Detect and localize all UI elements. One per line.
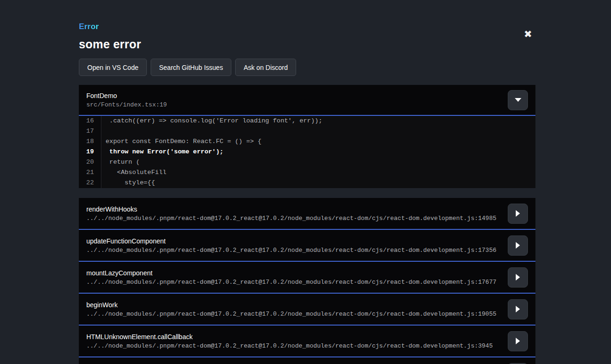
line-code: <AbsoluteFill (101, 167, 167, 178)
code-line: 18 export const FontDemo: React.FC = () … (79, 136, 535, 147)
overlay-content: Error some error Open in VS CodeSearch G… (79, 0, 535, 364)
line-number: 16 (79, 116, 101, 126)
line-code: return ( (101, 157, 140, 167)
stack-frame-function: HTMLUnknownElement.callCallback (86, 333, 508, 341)
code-frame-header: FontDemo src/Fonts/index.tsx:19 (79, 85, 535, 116)
stack-frame-titles: beginWork ../../node_modules/.pnpm/react… (86, 301, 508, 318)
caret-right-icon (516, 242, 520, 249)
stack-frame-function: mountLazyComponent (86, 269, 508, 277)
stack-frame-function: renderWithHooks (86, 205, 508, 213)
stack-frame: beginWork ../../node_modules/.pnpm/react… (79, 294, 535, 326)
code-block: 16 .catch((err) => console.log('Error lo… (79, 116, 535, 188)
stack-frame-location: ../../node_modules/.pnpm/react-dom@17.0.… (86, 279, 508, 286)
close-icon: ✖ (524, 29, 532, 40)
stack-trace: renderWithHooks ../../node_modules/.pnpm… (79, 198, 535, 364)
stack-frame: renderWithHooks ../../node_modules/.pnpm… (79, 198, 535, 230)
code-line: 16 .catch((err) => console.log('Error lo… (79, 116, 535, 126)
error-type-label: Error (79, 22, 99, 31)
stack-frame-function: beginWork (86, 301, 508, 309)
stack-frame-partial (79, 357, 535, 364)
line-number: 20 (79, 157, 101, 167)
caret-right-icon (516, 210, 520, 217)
expand-frame-button[interactable] (508, 267, 528, 288)
code-frame-location: src/Fonts/index.tsx:19 (86, 101, 508, 108)
stack-frame: updateFunctionComponent ../../node_modul… (79, 230, 535, 262)
expand-frame-button[interactable] (508, 299, 528, 319)
action-button[interactable]: Search GitHub Issues (151, 59, 231, 76)
error-overlay: ✖ Error some error Open in VS CodeSearch… (0, 0, 611, 364)
line-code (101, 126, 106, 136)
code-line: 17 (79, 126, 535, 136)
action-button[interactable]: Ask on Discord (235, 59, 296, 76)
expand-frame-button[interactable] (508, 235, 528, 256)
line-number: 22 (79, 178, 101, 188)
stack-frame: HTMLUnknownElement.callCallback ../../no… (79, 326, 535, 357)
stack-frame-location: ../../node_modules/.pnpm/react-dom@17.0.… (86, 311, 508, 318)
code-line: 21 <AbsoluteFill (79, 167, 535, 178)
stack-frame-titles: updateFunctionComponent ../../node_modul… (86, 237, 508, 254)
stack-frame-location: ../../node_modules/.pnpm/react-dom@17.0.… (86, 247, 508, 254)
expand-frame-button[interactable] (508, 331, 528, 351)
code-line: 20 return ( (79, 157, 535, 167)
stack-frame-location: ../../node_modules/.pnpm/react-dom@17.0.… (86, 215, 508, 222)
actions-row: Open in VS CodeSearch GitHub IssuesAsk o… (79, 59, 535, 76)
error-message: some error (79, 38, 535, 51)
caret-right-icon (516, 338, 520, 344)
code-line: 19 throw new Error('some error'); (79, 147, 535, 157)
expand-frame-button[interactable] (508, 204, 528, 224)
stack-frame-titles: HTMLUnknownElement.callCallback ../../no… (86, 333, 508, 349)
code-line: 22 style={{ (79, 178, 535, 188)
stack-frame-titles: mountLazyComponent ../../node_modules/.p… (86, 269, 508, 286)
line-code: export const FontDemo: React.FC = () => … (101, 136, 261, 147)
line-code: style={{ (101, 178, 155, 188)
action-button[interactable]: Open in VS Code (79, 59, 147, 76)
caret-down-icon (515, 98, 521, 102)
stack-frame-function: updateFunctionComponent (86, 237, 508, 245)
line-number: 17 (79, 126, 101, 136)
line-number: 19 (79, 147, 101, 157)
code-frame-titles: FontDemo src/Fonts/index.tsx:19 (86, 92, 508, 108)
close-button[interactable]: ✖ (520, 27, 536, 42)
code-frame-function-name: FontDemo (86, 92, 508, 99)
caret-right-icon (516, 274, 520, 281)
line-number: 21 (79, 167, 101, 178)
stack-frame: mountLazyComponent ../../node_modules/.p… (79, 262, 535, 294)
line-code: .catch((err) => console.log('Error loadi… (101, 116, 322, 126)
collapse-code-button[interactable] (508, 90, 528, 110)
stack-frame-titles: renderWithHooks ../../node_modules/.pnpm… (86, 205, 508, 222)
caret-right-icon (516, 306, 520, 312)
line-number: 18 (79, 136, 101, 147)
stack-frame-location: ../../node_modules/.pnpm/react-dom@17.0.… (86, 342, 508, 349)
line-code: throw new Error('some error'); (101, 147, 223, 157)
code-frame-panel: FontDemo src/Fonts/index.tsx:19 16 .catc… (79, 85, 535, 188)
